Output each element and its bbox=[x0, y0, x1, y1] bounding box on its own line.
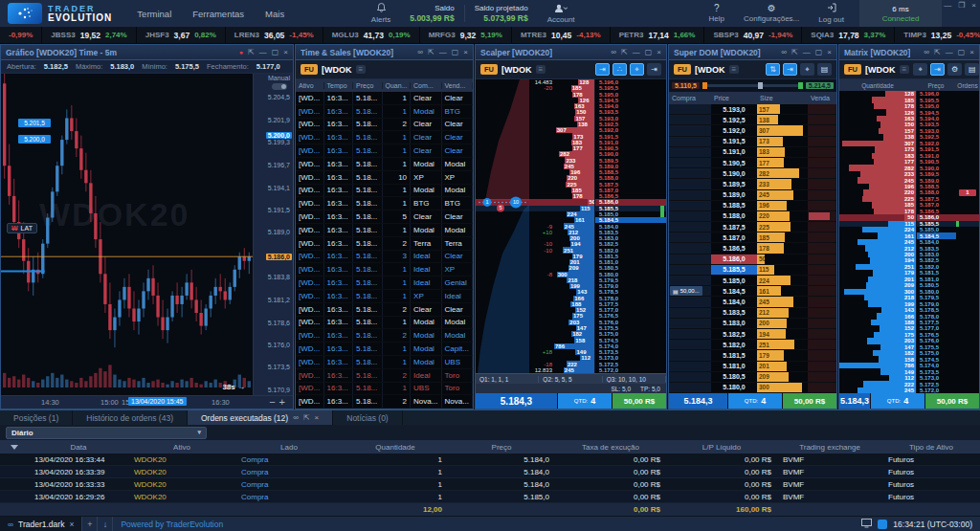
ts-row[interactable]: [WD...16:3...5.18...1IdealGenial bbox=[296, 277, 473, 290]
dom-price-cell[interactable]: 5.191,0 bbox=[711, 147, 757, 157]
symbol-menu-icon[interactable]: ≡ bbox=[900, 65, 910, 74]
dom-title-bar[interactable]: Super DOM [WDOK20] ∞ ⇱ — ▢ × bbox=[669, 45, 836, 60]
ticker-item[interactable]: MGLU341,730,19% bbox=[323, 27, 420, 43]
restore-window-icon[interactable]: ❐ bbox=[958, 1, 965, 10]
dom-row[interactable]: 5.180,5209 bbox=[669, 372, 836, 383]
link-out-icon[interactable]: ⇱ bbox=[303, 413, 310, 422]
link-out-icon[interactable]: ⇱ bbox=[621, 48, 628, 56]
dom-buy-cell[interactable] bbox=[669, 350, 711, 360]
ts-row[interactable]: [WD...16:3...5.18...3IdealClear bbox=[296, 251, 473, 264]
dom-row[interactable]: 5.192,5138 bbox=[669, 115, 836, 125]
stop-loss-value[interactable]: SL: 5,0 bbox=[611, 386, 631, 392]
pnl-display[interactable]: 50,00 R$ bbox=[925, 393, 979, 409]
dom-sell-cell[interactable] bbox=[808, 222, 836, 232]
alerts-button[interactable]: Alerts bbox=[362, 0, 400, 27]
dom-price-cell[interactable]: 5.189,5 bbox=[711, 179, 757, 188]
ts-row[interactable]: [WD...16:3...5.18...1ClearClear bbox=[296, 144, 473, 158]
orders-column-header[interactable]: L/P Líquido bbox=[666, 443, 777, 452]
ts-row[interactable]: [WD...16:3...5.18...1ClearClear bbox=[296, 131, 473, 144]
dom-row[interactable]: 5.189,5233 bbox=[669, 179, 836, 189]
ticker-item[interactable]: LREN336,05-1,45% bbox=[226, 27, 323, 43]
dom-price-cell[interactable]: 5.185,0 bbox=[711, 276, 757, 285]
dom-price-cell[interactable]: 5.186,0 bbox=[711, 254, 757, 264]
working-order-badge[interactable]: ▤50,00... bbox=[670, 286, 702, 296]
matrix-header-row[interactable]: QuantidadePreçoOrdens bbox=[839, 79, 979, 91]
dom-buy-cell[interactable] bbox=[669, 125, 711, 135]
orders-column-header[interactable]: Quantidade bbox=[343, 443, 448, 452]
help-button[interactable]: ? Help bbox=[700, 0, 734, 27]
chart-title-bar[interactable]: Gráfico [WDOK20] Time - 5m ● ⇱ — ▢ × bbox=[1, 45, 293, 60]
dom-sell-cell[interactable] bbox=[808, 254, 836, 264]
ts-column-header[interactable]: Preço bbox=[353, 82, 383, 89]
q1-preset[interactable]: Q1: 1, 1, 1 bbox=[476, 376, 539, 383]
dom-row[interactable]: 5.190,5177 bbox=[669, 158, 836, 168]
ticker-item[interactable]: TIMP313,25-0,45% bbox=[895, 27, 980, 43]
manual-scale-toggle[interactable] bbox=[272, 83, 287, 90]
dom-row[interactable]: 5.184,0245 bbox=[669, 297, 836, 307]
quantity-display[interactable]: QTD:4 bbox=[728, 393, 782, 409]
link-out-icon[interactable]: ⇱ bbox=[934, 48, 941, 56]
dom-price-cell[interactable]: 5.192,0 bbox=[711, 125, 757, 135]
ts-row[interactable]: [WD...16:3...5.18...2TerraTerra bbox=[296, 237, 473, 251]
dom-row[interactable]: 5.186,050 bbox=[669, 254, 836, 265]
dom-buy-cell[interactable] bbox=[669, 158, 711, 167]
dom-row[interactable]: 5.186,5178 bbox=[669, 243, 836, 254]
panel-settings-button[interactable]: ⇥ bbox=[647, 63, 661, 76]
symbol-selector[interactable]: [WDOK bbox=[865, 65, 896, 75]
dom-sell-cell[interactable] bbox=[808, 168, 836, 178]
dom-row[interactable]: 5.180,0300 bbox=[669, 383, 836, 393]
dom-buy-cell[interactable] bbox=[669, 115, 711, 124]
dom-buy-cell[interactable]: ▤50,00... bbox=[669, 286, 711, 296]
workspace-tab[interactable]: ∞ Trader1.dark × bbox=[0, 517, 82, 531]
dom-row[interactable]: 5.191,0183 bbox=[669, 147, 836, 158]
link-out-icon[interactable]: ⇱ bbox=[791, 48, 798, 56]
ts-row[interactable]: [WD...16:3...5.18...1BTGBTG bbox=[296, 197, 473, 210]
dom-buy-cell[interactable] bbox=[669, 276, 711, 285]
avg-price-display[interactable]: 5.184,3 bbox=[839, 393, 870, 409]
dom-buy-cell[interactable] bbox=[669, 232, 711, 242]
order-row[interactable]: 13/04/2020 16:29:26WDOK20Compra15.185,00… bbox=[0, 491, 980, 503]
symbol-menu-icon[interactable]: ≡ bbox=[356, 65, 367, 74]
quantity-display[interactable]: QTD:4 bbox=[871, 393, 924, 409]
dom-sell-cell[interactable] bbox=[808, 286, 836, 296]
dom-price-cell[interactable]: 5.188,5 bbox=[711, 201, 757, 210]
dom-sell-cell[interactable] bbox=[808, 340, 836, 349]
add-workspace-button[interactable]: + bbox=[82, 517, 98, 531]
dom-sell-cell[interactable] bbox=[808, 276, 836, 285]
dom-buy-cell[interactable] bbox=[669, 243, 711, 253]
center-price-button[interactable]: ⇥ bbox=[930, 63, 945, 76]
symbol-selector[interactable]: [WDOK bbox=[695, 65, 725, 75]
basket-button[interactable]: ▤ bbox=[965, 63, 979, 76]
ts-header-row[interactable]: AtivoTempoPreçoQuan...Com...Vend... bbox=[296, 79, 473, 92]
dom-row[interactable]: 5.185,5115 bbox=[669, 265, 836, 276]
zoom-in-button[interactable]: + bbox=[279, 396, 289, 408]
dom-buy-cell[interactable] bbox=[669, 319, 711, 328]
zoom-out-button[interactable]: − bbox=[269, 396, 278, 408]
orders-column-header[interactable]: Tipo de Ativo bbox=[882, 443, 980, 452]
lat-tool-badge[interactable]: W LAT bbox=[7, 223, 37, 233]
matrix-column-header[interactable]: Preço bbox=[916, 82, 956, 89]
close-icon[interactable]: × bbox=[657, 48, 661, 56]
avg-price-display[interactable]: 5.184,3 bbox=[476, 393, 557, 409]
dom-price-cell[interactable]: 5.182,5 bbox=[711, 329, 757, 339]
quantity-display[interactable]: QTD:4 bbox=[558, 393, 612, 409]
ts-row[interactable]: [WD...16:3...5.18...2ModalModal bbox=[296, 329, 473, 343]
order-row[interactable]: 13/04/2020 16:33:39WDOK20Compra15.184,00… bbox=[0, 466, 980, 478]
orders-column-header[interactable]: Ativo bbox=[128, 443, 235, 452]
dom-sell-cell[interactable] bbox=[808, 158, 836, 167]
ts-row[interactable]: [WD...16:3...5.18...5ClearClear bbox=[296, 210, 473, 224]
dom-sell-cell[interactable] bbox=[808, 232, 836, 242]
ticker-item[interactable]: SQIA317,783,37% bbox=[802, 27, 895, 43]
chart-plot-area[interactable]: WDOK20 W LAT 38s → 5.201,55.200,0 bbox=[1, 74, 253, 395]
center-ladder-button[interactable]: ⇅ bbox=[766, 63, 780, 76]
dom-row[interactable]: 5.191,5173 bbox=[669, 137, 836, 147]
ticker-item[interactable]: MTRE310,45-4,13% bbox=[512, 27, 611, 43]
dom-column-header[interactable]: Price bbox=[711, 95, 757, 101]
dom-price-cell[interactable]: 5.187,5 bbox=[711, 222, 757, 232]
ts-row[interactable]: [WD...16:3...5.18...2Nova...Nova... bbox=[296, 395, 473, 409]
dom-price-cell[interactable]: 5.184,0 bbox=[711, 297, 757, 306]
ts-row[interactable]: [WD...16:3...5.18...1ModalBTG bbox=[296, 105, 473, 119]
matrix-column-header[interactable]: Ordens bbox=[956, 82, 979, 89]
dom-sell-cell[interactable] bbox=[808, 297, 836, 306]
maximize-icon[interactable]: ▢ bbox=[272, 48, 279, 56]
